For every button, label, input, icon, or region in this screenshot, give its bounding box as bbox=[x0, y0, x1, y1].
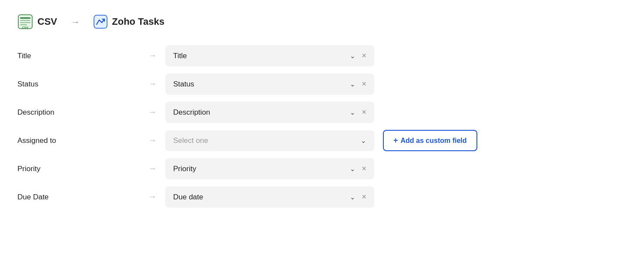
source-field-priority: Priority bbox=[17, 165, 139, 173]
mapping-row-assigned_to: Assigned to→Select one⌄+Add as custom fi… bbox=[17, 130, 627, 151]
dest-select-text-due_date: Due date bbox=[173, 193, 346, 202]
mapping-row-title: Title→Title⌄× bbox=[17, 45, 627, 66]
source-field-due_date: Due Date bbox=[17, 193, 139, 202]
dest-select-description[interactable]: Description⌄× bbox=[165, 102, 374, 123]
svg-text:CSV: CSV bbox=[22, 26, 29, 29]
svg-rect-4 bbox=[20, 24, 27, 25]
dest-select-assigned_to[interactable]: Select one⌄ bbox=[165, 130, 374, 151]
mapping-row-description: Description→Description⌄× bbox=[17, 102, 627, 123]
add-custom-field-button[interactable]: +Add as custom field bbox=[383, 130, 477, 151]
dest-select-text-assigned_to: Select one bbox=[173, 136, 357, 145]
dest-label: Zoho Tasks bbox=[94, 15, 164, 29]
page-header: CSV CSV → Zoho Tasks bbox=[17, 14, 627, 30]
svg-rect-1 bbox=[20, 17, 30, 19]
row-arrow-due_date: → bbox=[139, 192, 165, 202]
source-name: CSV bbox=[37, 16, 57, 27]
mapping-container: Title→Title⌄×Status→Status⌄×Description→… bbox=[17, 45, 627, 208]
dest-select-text-description: Description bbox=[173, 108, 346, 117]
dest-select-text-status: Status bbox=[173, 80, 346, 89]
mapping-row-status: Status→Status⌄× bbox=[17, 73, 627, 95]
row-arrow-description: → bbox=[139, 108, 165, 117]
chevron-down-icon-assigned_to[interactable]: ⌄ bbox=[361, 137, 366, 145]
chevron-down-icon-status[interactable]: ⌄ bbox=[350, 80, 356, 88]
add-custom-field-label: Add as custom field bbox=[401, 137, 467, 145]
close-icon-title[interactable]: × bbox=[362, 51, 366, 60]
svg-rect-2 bbox=[20, 20, 30, 21]
mapping-row-due_date: Due Date→Due date⌄× bbox=[17, 186, 627, 208]
source-field-description: Description bbox=[17, 108, 139, 117]
row-arrow-status: → bbox=[139, 79, 165, 89]
csv-icon: CSV bbox=[17, 14, 33, 30]
close-icon-status[interactable]: × bbox=[362, 79, 366, 89]
chevron-down-icon-title[interactable]: ⌄ bbox=[350, 52, 356, 60]
dest-select-due_date[interactable]: Due date⌄× bbox=[165, 186, 374, 208]
close-icon-due_date[interactable]: × bbox=[362, 192, 366, 202]
row-arrow-title: → bbox=[139, 51, 165, 60]
source-label: CSV CSV bbox=[17, 14, 57, 30]
dest-select-priority[interactable]: Priority⌄× bbox=[165, 158, 374, 179]
mapping-row-priority: Priority→Priority⌄× bbox=[17, 158, 627, 179]
dest-select-text-title: Title bbox=[173, 52, 346, 60]
dest-select-status[interactable]: Status⌄× bbox=[165, 73, 374, 95]
close-icon-description[interactable]: × bbox=[362, 108, 366, 117]
dest-name: Zoho Tasks bbox=[112, 16, 164, 27]
dest-select-text-priority: Priority bbox=[173, 165, 346, 173]
row-arrow-priority: → bbox=[139, 164, 165, 173]
chevron-down-icon-due_date[interactable]: ⌄ bbox=[350, 193, 356, 201]
svg-rect-3 bbox=[20, 22, 30, 23]
dest-select-title[interactable]: Title⌄× bbox=[165, 45, 374, 66]
row-arrow-assigned_to: → bbox=[139, 136, 165, 145]
source-field-title: Title bbox=[17, 52, 139, 60]
source-field-assigned_to: Assigned to bbox=[17, 136, 139, 145]
chevron-down-icon-priority[interactable]: ⌄ bbox=[350, 165, 356, 173]
zoho-icon bbox=[94, 15, 107, 29]
chevron-down-icon-description[interactable]: ⌄ bbox=[350, 109, 356, 116]
source-field-status: Status bbox=[17, 80, 139, 89]
plus-icon: + bbox=[393, 136, 398, 145]
header-arrow: → bbox=[71, 17, 80, 27]
close-icon-priority[interactable]: × bbox=[362, 164, 366, 173]
